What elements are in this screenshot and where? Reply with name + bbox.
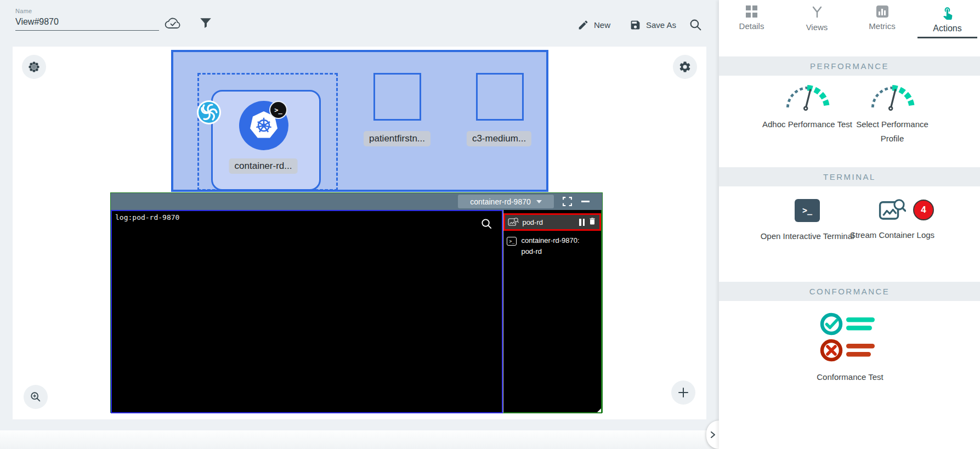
terminal-badge-glyph: >_ <box>274 106 282 114</box>
filter-icon[interactable] <box>199 15 213 33</box>
gauge-icon <box>781 81 833 113</box>
volume-node-2-label[interactable]: c3-medium... <box>467 131 531 146</box>
cloud-sync-icon[interactable] <box>164 16 182 33</box>
minus-icon <box>581 201 590 202</box>
flower-icon <box>28 61 40 73</box>
fullscreen-icon <box>563 197 572 206</box>
new-button-label: New <box>594 20 610 30</box>
save-as-button[interactable]: Save As <box>630 19 676 31</box>
chevron-down-icon <box>536 200 542 203</box>
design-canvas[interactable]: >_ container-rd... <box>13 47 706 419</box>
stream-row-label: pod-rd <box>522 218 576 226</box>
touch-action-icon <box>941 5 955 20</box>
cloud-check-glyph <box>164 16 182 31</box>
volume-node-1-label[interactable]: patientfirstn... <box>364 131 430 146</box>
terminal-body: log:pod-rd-9870 <box>111 210 602 413</box>
select-performance-profile-label: Select Performance Profile <box>843 117 941 146</box>
stream-logs-icon <box>508 217 519 227</box>
view-name-field: Name <box>15 8 159 31</box>
funnel-glyph <box>199 15 213 31</box>
tab-actions[interactable]: Actions <box>915 0 980 39</box>
delete-stream-button[interactable] <box>588 217 597 228</box>
stream-list-panel: pod-rd >_ container-rd-98 <box>503 210 602 413</box>
add-node-button[interactable] <box>671 380 695 405</box>
terminal-section-header: TERMINAL <box>719 167 980 186</box>
workspace-area: Name New Save As <box>0 0 719 449</box>
terminal-session-icon: >_ <box>507 237 517 246</box>
terminal-panel: container-rd-9870 log:pod-rd-9870 <box>110 192 603 413</box>
tab-views[interactable]: Views <box>784 0 849 39</box>
save-icon <box>630 19 641 31</box>
tab-details-label: Details <box>739 21 764 31</box>
zoom-in-icon <box>30 391 42 403</box>
stream-logs-icon <box>879 197 906 222</box>
name-input[interactable] <box>15 14 159 31</box>
conformance-checklist-icon <box>818 310 882 366</box>
pause-icon <box>583 219 585 226</box>
zoom-in-button[interactable] <box>24 385 48 409</box>
conformance-test-action[interactable]: Conformance Test <box>801 310 899 384</box>
tab-metrics[interactable]: Metrics <box>849 0 915 39</box>
metrics-icon <box>876 5 888 18</box>
pause-stream-button[interactable] <box>579 219 585 226</box>
footer: Built with by the Layer5 Community <box>0 430 719 449</box>
terminal-attached-badge[interactable]: >_ <box>269 101 287 119</box>
save-as-button-label: Save As <box>646 20 676 30</box>
select-performance-profile-action[interactable]: Select Performance Profile <box>843 81 941 146</box>
details-sidebar: Details Views Metrics Actions PERFORMANC… <box>719 0 980 449</box>
grid-icon <box>746 5 758 18</box>
tab-metrics-label: Metrics <box>869 21 895 31</box>
search-button[interactable] <box>689 18 703 34</box>
resize-handle[interactable] <box>597 408 601 412</box>
log-stream-count-badge[interactable]: 4 <box>913 200 934 220</box>
volume-node-1[interactable] <box>373 73 421 121</box>
terminal-session-label: container-rd-9870:pod-rd <box>521 235 582 257</box>
volume-node-2[interactable] <box>476 73 524 121</box>
layout-button[interactable] <box>22 55 46 79</box>
log-search-icon <box>480 218 493 230</box>
pause-icon <box>579 219 581 226</box>
sidebar-tabs: Details Views Metrics Actions <box>719 0 980 39</box>
terminal-icon: >_ <box>795 199 820 222</box>
log-output-area[interactable]: log:pod-rd-9870 <box>111 210 503 413</box>
container-select-dropdown[interactable]: container-rd-9870 <box>458 195 554 208</box>
adhoc-performance-test-label: Adhoc Performance Test <box>762 117 852 132</box>
stream-row-selected[interactable]: pod-rd <box>503 213 601 231</box>
terminal-header[interactable]: container-rd-9870 <box>111 193 602 210</box>
open-interactive-terminal-action[interactable]: >_ Open Interactive Terminal <box>758 199 856 243</box>
spiral-glyph <box>196 100 222 125</box>
container-node-label[interactable]: container-rd... <box>229 158 298 174</box>
tab-views-label: Views <box>806 22 828 32</box>
spin-icon[interactable] <box>196 100 222 125</box>
canvas-margin <box>0 419 719 430</box>
deployment-group-node[interactable]: >_ container-rd... <box>171 50 548 192</box>
fullscreen-button[interactable] <box>563 197 572 208</box>
minimize-button[interactable] <box>581 201 590 202</box>
chevron-right-icon <box>709 430 717 439</box>
open-interactive-terminal-label: Open Interactive Terminal <box>761 229 854 243</box>
log-search-button[interactable] <box>480 218 493 232</box>
gear-icon <box>678 60 692 73</box>
gauge-icon <box>866 81 918 113</box>
pencil-icon <box>577 19 589 31</box>
conformance-section-header: CONFORMANCE <box>719 282 980 301</box>
tab-details[interactable]: Details <box>719 0 784 39</box>
terminal-session-item[interactable]: >_ container-rd-9870:pod-rd <box>507 235 599 257</box>
new-button[interactable]: New <box>577 19 610 31</box>
views-icon <box>811 5 824 19</box>
log-line: log:pod-rd-9870 <box>112 211 502 224</box>
search-icon <box>689 18 703 32</box>
tab-actions-label: Actions <box>933 24 961 33</box>
settings-button[interactable] <box>673 55 697 79</box>
performance-section-header: PERFORMANCE <box>719 56 980 76</box>
name-field-label: Name <box>15 8 159 14</box>
stream-container-logs-label: Stream Container Logs <box>850 228 934 242</box>
adhoc-performance-test-action[interactable]: Adhoc Performance Test <box>758 81 856 132</box>
trash-icon <box>588 217 597 226</box>
log-stream-count: 4 <box>921 204 926 215</box>
conformance-test-label: Conformance Test <box>817 370 883 384</box>
plus-icon <box>677 386 690 399</box>
container-select-value: container-rd-9870 <box>470 197 531 206</box>
terminal-icon-glyph: >_ <box>802 206 812 215</box>
